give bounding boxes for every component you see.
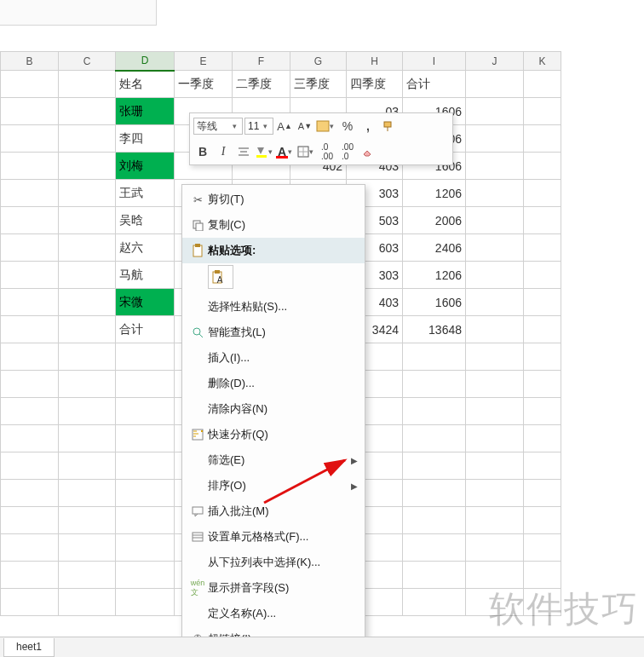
- column-header-J[interactable]: J: [466, 52, 524, 71]
- cell[interactable]: [1, 180, 59, 207]
- cell[interactable]: [466, 207, 524, 234]
- cell[interactable]: [59, 398, 116, 425]
- sum-cell[interactable]: 1206: [403, 180, 466, 207]
- cell[interactable]: [1, 589, 59, 616]
- sum-cell[interactable]: 2006: [403, 207, 466, 234]
- cell[interactable]: [1, 125, 59, 153]
- cell[interactable]: [466, 125, 524, 153]
- cell[interactable]: [59, 452, 116, 480]
- menu-insert[interactable]: 插入(I)...: [182, 345, 365, 371]
- cell[interactable]: [116, 343, 175, 371]
- column-header-F[interactable]: F: [233, 52, 290, 71]
- sum-cell[interactable]: 13648: [403, 316, 466, 343]
- name-cell[interactable]: 张珊: [116, 98, 175, 125]
- cell[interactable]: [524, 562, 561, 589]
- cell[interactable]: [524, 480, 561, 507]
- cell[interactable]: [116, 562, 175, 589]
- header-cell-2[interactable]: 姓名: [116, 71, 175, 98]
- cell[interactable]: [59, 371, 116, 398]
- cell[interactable]: [466, 534, 524, 562]
- cell[interactable]: [1, 343, 59, 371]
- menu-filter[interactable]: 筛选(E) ▶: [182, 447, 365, 473]
- cell[interactable]: [1, 398, 59, 425]
- cell[interactable]: [524, 534, 561, 562]
- cell[interactable]: [524, 371, 561, 398]
- cell[interactable]: [59, 234, 116, 262]
- decrease-decimal-icon[interactable]: .00.0: [338, 142, 357, 161]
- cell[interactable]: [59, 153, 116, 180]
- cell[interactable]: [466, 425, 524, 452]
- cell[interactable]: [466, 234, 524, 262]
- name-cell[interactable]: 赵六: [116, 234, 175, 262]
- cell[interactable]: [524, 316, 561, 343]
- cell[interactable]: [116, 452, 175, 480]
- format-painter-icon[interactable]: [379, 117, 398, 135]
- comma-style-icon[interactable]: ,: [359, 117, 377, 135]
- cell[interactable]: [1, 507, 59, 534]
- cell[interactable]: [403, 507, 466, 534]
- cell[interactable]: [524, 398, 561, 425]
- cell[interactable]: [59, 98, 116, 125]
- percent-icon[interactable]: %: [338, 117, 357, 135]
- cell[interactable]: [59, 507, 116, 534]
- context-menu[interactable]: ✂ 剪切(T) 复制(C) 粘贴选项: A 选择性粘贴(S)... 智能查找(L…: [181, 184, 365, 654]
- cell[interactable]: [466, 452, 524, 480]
- cell[interactable]: [1, 371, 59, 398]
- sheet-tab-bar[interactable]: heet1: [0, 637, 644, 657]
- cell[interactable]: [1, 98, 59, 125]
- cell[interactable]: [59, 589, 116, 616]
- menu-show-pinyin[interactable]: wén文 显示拼音字段(S): [182, 575, 365, 601]
- cell[interactable]: [524, 180, 561, 207]
- cell[interactable]: [1, 71, 59, 98]
- cell[interactable]: [403, 589, 466, 616]
- sum-cell[interactable]: 1206: [403, 262, 466, 289]
- header-cell-5[interactable]: 三季度: [290, 71, 347, 98]
- menu-copy[interactable]: 复制(C): [182, 212, 365, 238]
- cell[interactable]: [403, 480, 466, 507]
- name-cell[interactable]: 马航: [116, 262, 175, 289]
- menu-define-name[interactable]: 定义名称(A)...: [182, 601, 365, 626]
- fill-color-icon[interactable]: ▾: [255, 142, 275, 161]
- menu-smart-lookup[interactable]: 智能查找(L): [182, 320, 365, 345]
- name-cell[interactable]: 李四: [116, 125, 175, 153]
- cell[interactable]: [1, 207, 59, 234]
- cell[interactable]: [466, 371, 524, 398]
- cell[interactable]: [116, 398, 175, 425]
- column-header-H[interactable]: H: [347, 52, 403, 71]
- sum-cell[interactable]: 2406: [403, 234, 466, 262]
- cell[interactable]: [403, 452, 466, 480]
- name-cell[interactable]: 吴晗: [116, 207, 175, 234]
- cell[interactable]: [59, 534, 116, 562]
- cell[interactable]: [524, 452, 561, 480]
- cell[interactable]: [466, 507, 524, 534]
- cell[interactable]: [524, 207, 561, 234]
- cell[interactable]: [466, 316, 524, 343]
- cell[interactable]: [403, 534, 466, 562]
- cell[interactable]: [116, 480, 175, 507]
- bold-button[interactable]: B: [193, 142, 212, 161]
- menu-quick-analysis[interactable]: 快速分析(Q): [182, 422, 365, 447]
- chevron-down-icon[interactable]: ▾: [233, 122, 239, 130]
- cell[interactable]: [403, 343, 466, 371]
- menu-clear-contents[interactable]: 清除内容(N): [182, 396, 365, 422]
- cell[interactable]: [524, 153, 561, 180]
- cell[interactable]: [466, 262, 524, 289]
- name-cell[interactable]: 刘梅: [116, 153, 175, 180]
- cell[interactable]: [524, 98, 561, 125]
- align-center-icon[interactable]: [234, 142, 253, 161]
- cell[interactable]: [466, 180, 524, 207]
- cell[interactable]: [1, 234, 59, 262]
- cell[interactable]: [524, 71, 561, 98]
- cell[interactable]: [524, 507, 561, 534]
- cell[interactable]: [466, 343, 524, 371]
- decrease-font-icon[interactable]: A▼: [296, 117, 314, 135]
- cell[interactable]: [59, 316, 116, 343]
- header-cell-3[interactable]: 一季度: [175, 71, 233, 98]
- cell[interactable]: [59, 425, 116, 452]
- menu-paste-special[interactable]: 选择性粘贴(S)...: [182, 294, 365, 320]
- clear-format-icon[interactable]: [359, 142, 377, 161]
- cell[interactable]: [116, 507, 175, 534]
- cell[interactable]: [59, 562, 116, 589]
- menu-format-cells[interactable]: 设置单元格格式(F)...: [182, 524, 365, 550]
- cell[interactable]: [1, 425, 59, 452]
